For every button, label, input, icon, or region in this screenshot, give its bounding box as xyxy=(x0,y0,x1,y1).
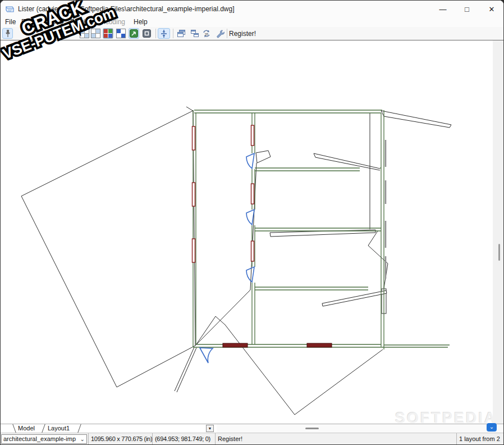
file-combobox[interactable]: architectural_example-imp ⌄ xyxy=(1,434,87,444)
cascade-windows-icon[interactable] xyxy=(176,28,186,39)
horizontal-scrollbar-thumb[interactable] xyxy=(305,428,319,429)
status-layout-info: 1 layout from 2 xyxy=(456,433,504,444)
vertical-scrollbar[interactable] xyxy=(493,40,503,424)
maximize-button[interactable]: □ xyxy=(455,1,479,17)
tab-model[interactable]: Model xyxy=(18,425,35,432)
tab-scroll-row: Model Layout1 ▼ ⌄ xyxy=(1,424,504,433)
toolbar: 35 Register! xyxy=(1,27,503,40)
menu-edit[interactable]: Edit xyxy=(21,18,33,26)
menu-help[interactable]: Help xyxy=(134,18,148,26)
tab-list-dropdown[interactable]: ▼ xyxy=(206,425,214,432)
status-register-link[interactable]: Register! xyxy=(215,433,456,444)
close-button[interactable]: ✕ xyxy=(479,1,504,17)
status-bar: architectural_example-imp ⌄ 1095.960 x 7… xyxy=(1,433,504,444)
tab-layout1[interactable]: Layout1 xyxy=(48,425,70,432)
title-bar[interactable]: Lister (cadview) - [c:\Softpedia Files\a… xyxy=(1,1,503,17)
register-button[interactable]: Register! xyxy=(229,30,256,38)
dark-stop-icon[interactable] xyxy=(141,28,152,39)
minimize-button[interactable]: — xyxy=(430,1,455,17)
wrench-icon[interactable] xyxy=(214,28,225,39)
tab-slant xyxy=(42,424,45,433)
tab-slant xyxy=(77,424,81,433)
rotate-35-icon[interactable]: 35 xyxy=(201,28,212,39)
cad-floorplan xyxy=(1,40,493,424)
tile-windows-icon[interactable] xyxy=(189,28,200,39)
app-icon xyxy=(5,4,15,13)
status-coordinates: (694.953; 981.749; 0) xyxy=(152,433,215,444)
sheet-tab-strip: Model Layout1 ▼ xyxy=(1,424,217,433)
menu-file[interactable]: File xyxy=(5,18,16,26)
hidden-toolbar-icon[interactable] xyxy=(90,28,101,39)
vertical-scrollbar-thumb[interactable] xyxy=(498,244,500,261)
menu-options[interactable]: Options xyxy=(40,18,63,26)
window-title: Lister (cadview) - [c:\Softpedia Files\a… xyxy=(18,5,234,13)
center-cross-icon[interactable] xyxy=(158,28,170,39)
status-dimensions: 1095.960 x 770.675 (in) xyxy=(88,433,152,444)
palette-icon[interactable] xyxy=(103,28,113,39)
file-combobox-value: architectural_example-imp xyxy=(3,435,79,442)
chevron-down-icon: ⌄ xyxy=(80,436,85,442)
lister-window: Lister (cadview) - [c:\Softpedia Files\a… xyxy=(0,0,504,445)
pin-icon[interactable] xyxy=(2,28,13,39)
drawing-canvas[interactable]: SOFTPEDIA xyxy=(1,40,493,424)
green-fit-icon[interactable] xyxy=(129,28,139,39)
menu-bar: File Edit Options Plugins Encoding Help xyxy=(1,17,503,27)
tab-slant xyxy=(12,424,16,433)
menu-plugins[interactable]: Plugins xyxy=(70,18,92,26)
blue-tiles-icon[interactable] xyxy=(116,28,126,39)
rotate-badge: 35 xyxy=(205,33,209,36)
hidden-toolbar-icon[interactable] xyxy=(79,28,90,39)
menu-encoding: Encoding xyxy=(97,18,125,26)
corner-badge-button[interactable]: ⌄ xyxy=(487,423,497,432)
status-file-cell: architectural_example-imp ⌄ xyxy=(1,433,88,444)
